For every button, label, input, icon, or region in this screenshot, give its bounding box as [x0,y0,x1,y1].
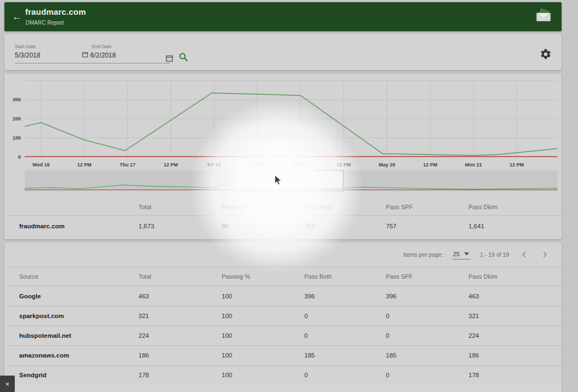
dropdown-arrow-icon [464,252,469,256]
calendar-icon [82,51,88,59]
source-pass-dkim: 321 [469,313,479,319]
source-name: amazonaws.com [19,352,69,359]
start-date-field: Start Date 5/3/2018 [15,44,41,59]
items-per-page-label: Items per page: [403,251,443,258]
svg-text:100: 100 [13,135,21,141]
column-header-pass-both: Pass Both [304,204,332,210]
search-button[interactable] [178,52,188,62]
column-header-pass-both: Pass Both [304,273,332,280]
svg-text:200: 200 [13,116,21,122]
source-total: 178 [138,372,149,378]
source-pass-dkim: 186 [469,352,479,359]
report-chart-card: Wed 1612 PMThu 1712 PMFri 1812 PMSat 191… [4,74,562,239]
back-button[interactable]: ← [10,10,24,24]
source-pass-both: 0 [304,372,308,378]
date-fields-underline [15,63,170,64]
svg-text:Fri 18: Fri 18 [207,162,221,168]
traffic-line-chart: Wed 1612 PMThu 1712 PMFri 1812 PMSat 191… [4,77,562,170]
summary-pass-spf: 757 [386,223,396,229]
source-total: 186 [138,352,149,359]
column-header-passing: Passing % [222,273,250,280]
back-arrow-icon: ← [13,11,22,22]
summary-row: fraudmarc.com 1,673 98 757 757 1,641 [4,215,562,237]
svg-text:Wed 16: Wed 16 [32,162,49,168]
source-total: 224 [138,332,149,339]
page-subtitle: DMARC Report [26,20,63,26]
source-pass-spf: 0 [386,332,389,339]
table-row-hubspot[interactable]: hubspotemail.net 224 100 0 0 224 [4,326,562,345]
source-pass-both: 185 [304,352,315,359]
table-row-amazonaws[interactable]: amazonaws.com 186 100 185 185 186 [4,345,562,365]
column-header-source: Source [19,273,38,280]
source-pass-spf: 0 [386,372,389,378]
column-header-passing: Passing % [222,204,250,210]
svg-text:12 PM: 12 PM [337,162,351,168]
svg-text:12 PM: 12 PM [164,162,178,168]
app-header: ← fraudmarc.com DMARC Report [4,2,562,31]
summary-pass-dkim: 1,641 [469,223,484,229]
svg-text:12 PM: 12 PM [510,162,524,168]
table-row-partial [4,385,562,392]
page-title: fraudmarc.com [25,7,86,16]
source-pass-spf: 0 [386,313,389,319]
svg-text:Mon 21: Mon 21 [465,162,482,168]
pagination: Items per page: 25 1 - 19 of 19 [403,243,551,267]
table-row-sparkpost[interactable]: sparkpost.com 321 100 0 0 321 [4,306,562,326]
source-pass-dkim: 224 [469,332,479,339]
page-range-label: 1 - 19 of 19 [480,251,509,258]
chevron-right-icon [542,251,547,258]
column-header-pass-spf: Pass SPF [386,204,413,210]
search-icon [178,54,188,64]
source-pass-spf: 185 [386,352,396,359]
svg-text:12 PM: 12 PM [423,162,437,168]
start-date-input[interactable]: 5/3/2018 [15,51,41,59]
svg-text:Thu 17: Thu 17 [119,162,135,168]
summary-pass-both: 757 [304,223,315,229]
summary-domain: fraudmarc.com [19,223,65,229]
settings-button[interactable] [540,48,552,60]
source-passing: 100 [222,352,232,359]
prev-page-button[interactable] [518,249,530,261]
column-header-total: Total [138,204,151,210]
chevron-left-icon [522,251,527,258]
source-name: hubspotemail.net [19,332,71,339]
table-row-google[interactable]: Google 463 100 396 396 463 [4,286,562,306]
summary-total: 1,673 [138,223,154,229]
dmarc-report-screen: ← fraudmarc.com DMARC Report Start Date … [0,0,578,392]
source-pass-both: 0 [304,332,308,339]
source-name: Sendgrid [19,372,47,378]
svg-text:12 PM: 12 PM [250,162,264,168]
svg-text:May 20: May 20 [379,162,395,168]
gif-close-button[interactable]: × [0,376,15,392]
column-header-pass-dkim: Pass Dkim [469,273,498,280]
items-per-page-select[interactable]: 25 [452,250,470,260]
source-passing: 100 [222,313,232,319]
source-passing: 100 [222,332,232,339]
table-row-sendgrid[interactable]: Sendgrid 178 100 0 0 178 [4,365,562,385]
end-date-field: End Date 6/2/2018 [82,44,116,59]
items-per-page-value: 25 [453,251,460,257]
next-page-button[interactable] [539,249,551,261]
mouse-cursor-icon [274,175,282,186]
svg-text:12 PM: 12 PM [77,162,91,168]
source-total: 463 [138,293,149,299]
source-name: sparkpost.com [19,313,64,319]
source-pass-both: 0 [304,313,308,319]
envelope-logo-icon [534,7,553,25]
end-date-input[interactable]: 6/2/2018 [90,51,116,59]
calendar-picker-button[interactable] [166,54,174,62]
source-pass-spf: 396 [386,293,396,299]
source-pass-both: 396 [304,293,315,299]
gear-icon [540,53,552,62]
start-date-label: Start Date [15,44,41,49]
source-passing: 100 [222,372,232,378]
column-header-pass-spf: Pass SPF [386,273,413,280]
column-header-total: Total [138,273,151,280]
filter-toolbar: Start Date 5/3/2018 End Date 6/2/2018 [4,34,562,70]
svg-text:0: 0 [18,154,21,160]
source-pass-dkim: 463 [469,293,479,299]
source-total: 321 [138,313,149,319]
chart-brush[interactable] [4,170,562,193]
summary-passing: 98 [222,223,229,229]
source-name: Google [19,293,41,299]
